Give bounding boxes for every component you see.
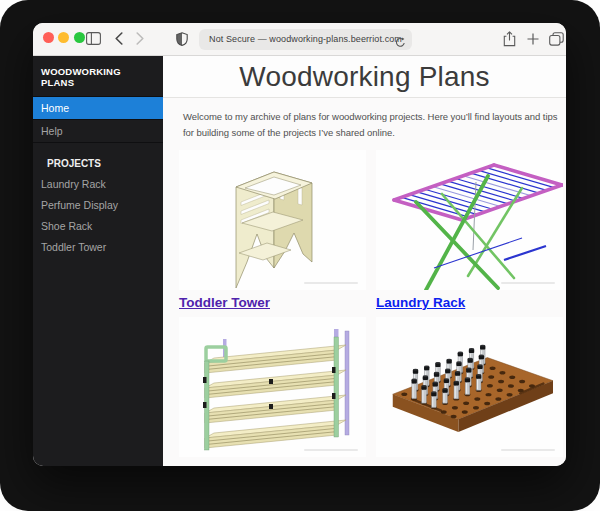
content-scroll-area[interactable]: Welcome to my archive of plans for woodw… — [163, 98, 566, 466]
project-grid: Toddler Tower — [179, 150, 556, 457]
site-sidebar: WOODWORKING PLANS Home Help PROJECTS Lau… — [33, 56, 163, 466]
screen-background: Not Secure — woodworking-plans.beerriot.… — [0, 0, 600, 511]
image-watermark — [304, 449, 358, 451]
sidebar-section-projects: PROJECTS — [33, 153, 163, 174]
sidebar-site-title: WOODWORKING PLANS — [33, 56, 163, 96]
new-tab-icon[interactable] — [527, 33, 539, 45]
toddler-tower-link[interactable]: Toddler Tower — [179, 295, 366, 310]
close-window-button[interactable] — [43, 32, 54, 43]
browser-toolbar: Not Secure — woodworking-plans.beerriot.… — [33, 23, 566, 56]
share-icon[interactable] — [503, 31, 516, 47]
sidebar-item-laundry-rack[interactable]: Laundry Rack — [33, 174, 163, 195]
laundry-rack-link[interactable]: Laundry Rack — [376, 295, 563, 310]
address-bar[interactable]: Not Secure — woodworking-plans.beerriot.… — [199, 29, 412, 50]
back-icon[interactable] — [115, 32, 123, 45]
page-title: Woodworking Plans — [239, 61, 489, 93]
forward-icon[interactable] — [136, 32, 144, 45]
reload-icon[interactable] — [395, 34, 406, 52]
page-header: Woodworking Plans — [163, 56, 566, 98]
project-card-perfume-display — [376, 317, 563, 457]
show-tabs-icon[interactable] — [549, 32, 564, 46]
sidebar-nav: Home Help — [33, 96, 163, 143]
image-watermark — [501, 282, 555, 284]
safari-window: Not Secure — woodworking-plans.beerriot.… — [33, 23, 566, 466]
image-watermark — [304, 282, 358, 284]
laundry-rack-image[interactable] — [376, 150, 563, 290]
toddler-tower-image[interactable] — [179, 150, 366, 290]
sidebar-toggle-icon[interactable] — [86, 32, 101, 45]
project-card-shoe-rack — [179, 317, 366, 457]
sidebar-item-shoe-rack[interactable]: Shoe Rack — [33, 216, 163, 237]
sidebar-item-help[interactable]: Help — [33, 119, 163, 142]
sidebar-item-perfume-display[interactable]: Perfume Display — [33, 195, 163, 216]
perfume-display-image[interactable] — [376, 317, 563, 457]
project-card-toddler-tower: Toddler Tower — [179, 150, 366, 317]
sidebar-item-toddler-tower[interactable]: Toddler Tower — [33, 237, 163, 258]
page-body: WOODWORKING PLANS Home Help PROJECTS Lau… — [33, 56, 566, 466]
project-card-laundry-rack: Laundry Rack — [376, 150, 563, 317]
intro-paragraph: Welcome to my archive of plans for woodw… — [183, 109, 566, 141]
privacy-shield-icon[interactable] — [176, 32, 188, 46]
main-content: Woodworking Plans Welcome to my archive … — [163, 56, 566, 466]
image-watermark — [501, 449, 555, 451]
expand-window-button[interactable] — [74, 32, 85, 43]
shoe-rack-image[interactable] — [179, 317, 366, 457]
sidebar-item-home[interactable]: Home — [33, 96, 163, 119]
minimize-window-button[interactable] — [58, 32, 69, 43]
url-text: Not Secure — woodworking-plans.beerriot.… — [209, 34, 402, 44]
